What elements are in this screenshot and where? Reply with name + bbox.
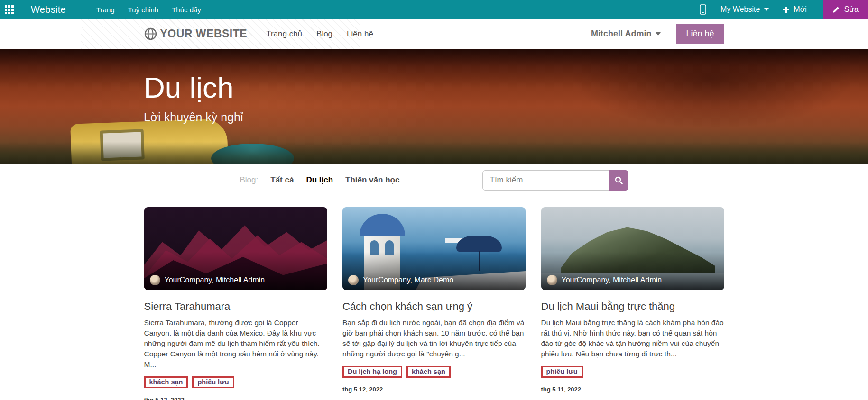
- new-content-label: Mới: [794, 5, 806, 14]
- website-switcher-label: My Website: [720, 5, 760, 14]
- filter-all[interactable]: Tất cả: [270, 175, 294, 185]
- filter-astronomy[interactable]: Thiên văn học: [345, 175, 399, 185]
- post-title[interactable]: Sierra Tarahumara: [144, 300, 327, 313]
- plus-icon: [783, 7, 789, 13]
- admin-top-bar: Website Trang Tuỳ chỉnh Thúc đẩy My Webs…: [0, 0, 868, 19]
- blog-subtitle: Lời khuyên kỳ nghỉ: [144, 110, 243, 124]
- user-menu-label: Mitchell Admin: [591, 29, 651, 39]
- blog-post-grid: YourCompany, Mitchell Admin Sierra Tarah…: [144, 207, 724, 400]
- search-input[interactable]: [482, 170, 609, 191]
- avatar: [547, 275, 557, 285]
- post-tags: Du lịch hạ long khách sạn: [342, 366, 526, 378]
- nav-contact[interactable]: Liên hệ: [347, 29, 373, 39]
- hero-scrub-shape: [0, 142, 868, 164]
- tag-badge[interactable]: khách sạn: [406, 366, 451, 378]
- post-date: thg 5 13, 2022: [144, 396, 327, 400]
- admin-bar-right: My Website Mới Sửa: [700, 0, 868, 19]
- magnifier-icon: [615, 176, 623, 184]
- post-author: YourCompany, Mitchell Admin: [150, 275, 265, 285]
- blog-post-card: YourCompany, Mitchell Admin Sierra Tarah…: [144, 207, 327, 400]
- post-date: thg 5 11, 2022: [541, 386, 724, 393]
- tag-badge[interactable]: phiêu lưu: [541, 366, 583, 378]
- app-brand[interactable]: Website: [31, 4, 66, 15]
- filter-travel[interactable]: Du lịch: [306, 175, 333, 185]
- post-title[interactable]: Cách chọn khách sạn ưng ý: [342, 300, 526, 313]
- post-excerpt: Bạn sắp đi du lịch nước ngoài, bạn đã ch…: [342, 318, 526, 359]
- tag-badge[interactable]: Du lịch hạ long: [342, 366, 402, 378]
- mobile-preview-icon[interactable]: [700, 4, 706, 15]
- blog-post-card: YourCompany, Mitchell Admin Du lịch Maui…: [541, 207, 724, 400]
- avatar: [348, 275, 359, 285]
- post-cover-image[interactable]: YourCompany, Mitchell Admin: [541, 207, 724, 290]
- apps-grid-icon[interactable]: [5, 5, 14, 14]
- post-cover-image[interactable]: YourCompany, Marc Demo: [342, 207, 526, 290]
- search-button[interactable]: [609, 170, 628, 191]
- blog-post-card: YourCompany, Marc Demo Cách chọn khách s…: [342, 207, 526, 400]
- hero-banner: Du lịch Lời khuyên kỳ nghỉ: [0, 49, 868, 164]
- post-author: YourCompany, Marc Demo: [348, 275, 453, 285]
- post-date: thg 5 12, 2022: [342, 386, 526, 393]
- post-author: YourCompany, Mitchell Admin: [547, 275, 662, 285]
- site-nav: Trang chủ Blog Liên hệ: [266, 29, 373, 39]
- post-title[interactable]: Du lịch Maui bằng trực thăng: [541, 300, 724, 313]
- search-box: [482, 170, 628, 191]
- chevron-down-icon: [764, 8, 769, 11]
- site-header: YOUR WEBSITE Trang chủ Blog Liên hệ Mitc…: [0, 19, 868, 49]
- post-tags: khách sạn phiêu lưu: [144, 376, 327, 388]
- user-menu[interactable]: Mitchell Admin: [591, 29, 661, 39]
- nav-blog[interactable]: Blog: [316, 29, 332, 39]
- globe-icon: [144, 27, 157, 40]
- site-logo[interactable]: YOUR WEBSITE: [144, 27, 248, 40]
- edit-button[interactable]: Sửa: [823, 0, 868, 19]
- nav-home[interactable]: Trang chủ: [266, 29, 302, 39]
- contact-cta-button[interactable]: Liên hệ: [676, 24, 724, 44]
- tag-badge[interactable]: khách sạn: [144, 376, 188, 388]
- website-switcher[interactable]: My Website: [720, 5, 769, 14]
- blog-filter-label: Blog:: [240, 175, 259, 185]
- admin-menu-promote[interactable]: Thúc đẩy: [172, 6, 201, 14]
- admin-menu: Trang Tuỳ chỉnh Thúc đẩy: [96, 6, 201, 14]
- post-author-label: YourCompany, Marc Demo: [363, 276, 453, 284]
- post-excerpt: Du lịch Maui bằng trực thăng là cách khá…: [541, 318, 724, 359]
- blog-title: Du lịch: [144, 72, 243, 104]
- admin-menu-customize[interactable]: Tuỳ chỉnh: [128, 6, 158, 14]
- post-tags: phiêu lưu: [541, 366, 724, 378]
- post-cover-image[interactable]: YourCompany, Mitchell Admin: [144, 207, 327, 290]
- post-excerpt: Sierra Tarahumara, thường được gọi là Co…: [144, 318, 327, 370]
- avatar: [150, 275, 160, 285]
- pencil-icon: [832, 6, 840, 13]
- admin-menu-pages[interactable]: Trang: [96, 6, 115, 14]
- post-author-label: YourCompany, Mitchell Admin: [562, 276, 662, 284]
- chevron-down-icon: [656, 32, 661, 36]
- new-content-button[interactable]: Mới: [783, 5, 806, 14]
- tag-badge[interactable]: phiêu lưu: [192, 376, 234, 388]
- blog-filter-bar: Blog: Tất cả Du lịch Thiên văn học: [144, 170, 724, 191]
- edit-button-label: Sửa: [844, 5, 859, 14]
- site-logo-text: YOUR WEBSITE: [160, 27, 248, 40]
- post-author-label: YourCompany, Mitchell Admin: [165, 276, 265, 284]
